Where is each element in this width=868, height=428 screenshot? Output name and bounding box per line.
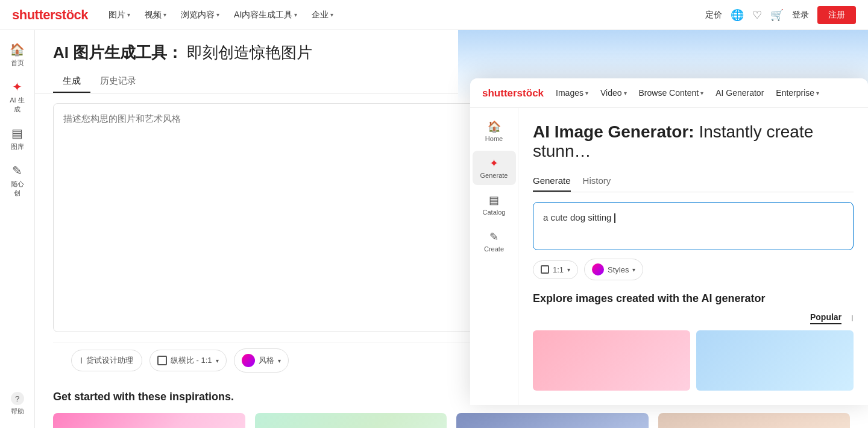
overlay-input-area[interactable]: a cute dog sitting bbox=[533, 202, 854, 250]
chevron-down-icon: ▾ bbox=[216, 357, 219, 364]
tab-history[interactable]: 历史记录 bbox=[90, 71, 146, 93]
overlay-tab-history[interactable]: History bbox=[583, 171, 611, 192]
overlay-sidebar-create[interactable]: ✎ Create bbox=[473, 224, 516, 259]
overlay-logo[interactable]: shutterstöck bbox=[482, 87, 544, 99]
overlay-tab-generate[interactable]: Generate bbox=[533, 171, 571, 192]
catalog-icon: ▤ bbox=[489, 194, 499, 207]
overlay-body: 🏠 Home ✦ Generate ▤ Catalog ✎ Create AI … bbox=[470, 108, 868, 405]
overlay-sidebar: 🏠 Home ✦ Generate ▤ Catalog ✎ Create bbox=[470, 108, 518, 405]
ai-generate-icon: ✦ bbox=[12, 80, 22, 94]
sidebar-label: AI 生成 bbox=[8, 96, 27, 114]
chevron-icon: ▾ bbox=[330, 11, 333, 18]
overlay-image-card-1[interactable] bbox=[533, 330, 690, 391]
chevron-icon: ▾ bbox=[294, 11, 297, 18]
nav-item-ai[interactable]: AI内容生成工具 ▾ bbox=[228, 6, 303, 24]
overlay-nav-browse[interactable]: Browse Content ▾ bbox=[639, 86, 704, 100]
nav-item-enterprise[interactable]: 企业 ▾ bbox=[306, 6, 339, 24]
nav-item-video[interactable]: 视频 ▾ bbox=[139, 6, 172, 24]
style-button[interactable]: 风格 ▾ bbox=[234, 348, 289, 373]
help-icon: ? bbox=[11, 392, 24, 405]
overlay-main: AI Image Generator: Instantly create stu… bbox=[518, 108, 868, 405]
overlay-explore-title: Explore images created with the AI gener… bbox=[533, 292, 854, 305]
overlay-nav: shutterstöck Images ▾ Video ▾ Browse Con… bbox=[470, 78, 868, 108]
overlay-sidebar-label: Catalog bbox=[483, 209, 506, 216]
overlay-page-title: AI Image Generator: Instantly create stu… bbox=[533, 122, 854, 161]
home-icon: 🏠 bbox=[488, 120, 501, 133]
sidebar-item-ai-generate[interactable]: ✦ AI 生成 bbox=[2, 75, 33, 119]
globe-icon[interactable]: 🌐 bbox=[731, 8, 744, 22]
sidebar-item-home[interactable]: 🏠 首页 bbox=[2, 37, 33, 72]
overlay-controls: 1:1 ▾ Styles ▾ bbox=[533, 259, 854, 280]
sidebar-label: 首页 bbox=[11, 58, 24, 68]
chevron-icon: ▾ bbox=[585, 90, 588, 96]
ai-generate-icon: ✦ bbox=[489, 157, 498, 170]
login-link[interactable]: 登录 bbox=[792, 10, 809, 20]
overlay-nav-enterprise[interactable]: Enterprise ▾ bbox=[776, 86, 819, 100]
tab-generate[interactable]: 生成 bbox=[53, 71, 90, 93]
overlay-nav-images[interactable]: Images ▾ bbox=[556, 86, 588, 100]
nav-item-images[interactable]: 图片 ▾ bbox=[102, 6, 136, 24]
overlay-panel: shutterstöck Images ▾ Video ▾ Browse Con… bbox=[470, 78, 868, 405]
nav-right: 定价 🌐 ♡ 🛒 登录 注册 bbox=[705, 6, 856, 24]
overlay-sidebar-catalog[interactable]: ▤ Catalog bbox=[473, 187, 516, 222]
sidebar-item-help[interactable]: ? 帮助 bbox=[2, 387, 33, 421]
ratio-square-icon bbox=[541, 265, 549, 274]
style-avatar-icon bbox=[242, 354, 255, 367]
inspiration-card-flowers[interactable] bbox=[255, 413, 447, 428]
chevron-down-icon: ▾ bbox=[567, 266, 570, 273]
overlay-sidebar-label: Home bbox=[485, 135, 503, 142]
inspiration-card-unicorn[interactable] bbox=[53, 413, 245, 428]
chevron-down-icon: ▾ bbox=[632, 266, 635, 273]
chevron-icon: ▾ bbox=[816, 90, 819, 96]
left-sidebar: 🏠 首页 ✦ AI 生成 ▤ 图库 ✎ 随心创 ? 帮助 bbox=[0, 30, 35, 428]
cursor-icon: I bbox=[80, 356, 83, 365]
sidebar-label: 帮助 bbox=[11, 407, 24, 416]
inspiration-grid bbox=[53, 413, 850, 428]
overlay-filter-popular[interactable]: Popular bbox=[810, 312, 841, 324]
overlay-nav-video[interactable]: Video ▾ bbox=[600, 86, 627, 100]
create-icon: ✎ bbox=[489, 230, 498, 244]
design-helper-button[interactable]: I 贷试设计助理 bbox=[71, 350, 142, 371]
sidebar-label: 随心创 bbox=[8, 180, 27, 198]
nav-item-browse[interactable]: 浏览内容 ▾ bbox=[175, 6, 225, 24]
home-icon: 🏠 bbox=[10, 42, 25, 57]
inspiration-card-abstract[interactable] bbox=[456, 413, 649, 428]
nav-items: 图片 ▾ 视频 ▾ 浏览内容 ▾ AI内容生成工具 ▾ 企业 ▾ bbox=[102, 6, 339, 24]
text-cursor bbox=[614, 213, 615, 223]
chevron-icon: ▾ bbox=[624, 90, 627, 96]
sidebar-item-create[interactable]: ✎ 随心创 bbox=[2, 159, 33, 203]
overlay-nav-ai-generator[interactable]: AI Generator bbox=[715, 86, 764, 100]
register-button[interactable]: 注册 bbox=[817, 6, 856, 24]
style-avatar-icon bbox=[592, 263, 604, 275]
page-title: AI 图片生成工具： 即刻创造惊艳图片 bbox=[53, 42, 312, 63]
overlay-ratio-button[interactable]: 1:1 ▾ bbox=[533, 260, 578, 279]
logo[interactable]: shutterstöck bbox=[12, 7, 88, 23]
chevron-icon: ▾ bbox=[216, 11, 219, 18]
inspiration-card-person[interactable] bbox=[658, 413, 851, 428]
overlay-tabs: Generate History bbox=[533, 171, 854, 192]
catalog-icon: ▤ bbox=[11, 126, 23, 140]
top-nav: shutterstöck 图片 ▾ 视频 ▾ 浏览内容 ▾ AI内容生成工具 ▾… bbox=[0, 0, 868, 30]
overlay-prompt-text: a cute dog sitting bbox=[543, 212, 611, 222]
overlay-image-row bbox=[533, 330, 854, 391]
chevron-down-icon: ▾ bbox=[278, 357, 281, 364]
cart-icon[interactable]: 🛒 bbox=[770, 8, 784, 22]
overlay-filter-row: Popular I bbox=[533, 312, 854, 324]
overlay-sidebar-home[interactable]: 🏠 Home bbox=[473, 114, 516, 148]
overlay-sidebar-generate[interactable]: ✦ Generate bbox=[473, 151, 516, 185]
overlay-filter-other[interactable]: I bbox=[851, 313, 854, 323]
overlay-style-button[interactable]: Styles ▾ bbox=[584, 259, 643, 280]
chevron-icon: ▾ bbox=[163, 11, 166, 18]
chevron-icon: ▾ bbox=[127, 11, 130, 18]
create-icon: ✎ bbox=[12, 163, 22, 178]
chevron-icon: ▾ bbox=[700, 90, 703, 96]
ratio-square-icon bbox=[157, 356, 167, 365]
overlay-sidebar-label: Create bbox=[484, 245, 504, 253]
favorites-icon[interactable]: ♡ bbox=[752, 8, 762, 22]
sidebar-label: 图库 bbox=[11, 142, 24, 151]
pricing-link[interactable]: 定价 bbox=[705, 10, 722, 20]
sidebar-item-catalog[interactable]: ▤ 图库 bbox=[2, 121, 33, 156]
overlay-image-card-2[interactable] bbox=[696, 330, 854, 391]
overlay-sidebar-label: Generate bbox=[480, 172, 508, 179]
aspect-ratio-button[interactable]: 纵横比 - 1:1 ▾ bbox=[149, 350, 227, 371]
